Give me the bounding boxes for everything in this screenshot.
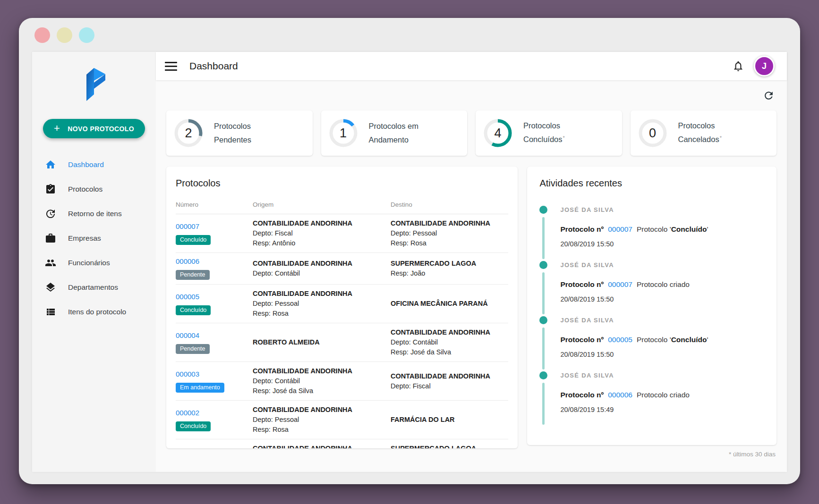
destino-cell: CONTABILIDADE ANDORINHADepto: Fiscal [391,371,508,391]
origem-company: CONTABILIDADE ANDORINHA [253,405,384,415]
origem-cell: CONTABILIDADE ANDORINHADepto: Fiscal [253,444,391,448]
protocol-number-link[interactable]: 000005 [176,293,199,301]
new-protocol-button[interactable]: + NOVO PROTOCOLO [43,119,145,138]
window-titlebar [19,18,800,52]
stat-card-2: 4ProtocolosConcluídos* [476,110,622,156]
protocols-panel-title: Protocolos [176,167,508,198]
hamburger-menu-icon[interactable] [165,62,177,71]
origem-detail: Resp: Rosa [253,309,384,319]
origem-company: CONTABILIDADE ANDORINHA [253,366,384,376]
destino-cell: SUPERMERCADO LAGOAResp: João [391,259,508,278]
sidebar-nav: DashboardProtocolosRetorno de itensEmpre… [32,152,156,324]
home-icon [45,159,56,170]
activity-protocol-link[interactable]: 000007 [608,225,632,233]
origem-detail: Depto: Contábil [253,376,384,386]
destino-cell: FARMÁCIA DO LAR [391,415,508,425]
activity-protocol-link[interactable]: 000007 [608,280,632,288]
close-window-button[interactable] [34,27,50,43]
sidebar-item-itens-do-protocolo[interactable]: Itens do protocolo [32,300,156,324]
stat-label: ProtocolosConcluídos* [523,119,565,147]
activity-action: Protocolo ' [637,336,671,344]
stat-card-1: 1Protocolos emAndamento [321,110,468,156]
origem-detail: Depto: Pessoal [253,415,384,425]
stat-value: 4 [483,118,513,148]
activity-protocol-link[interactable]: 000006 [608,391,632,399]
sidebar-item-label: Empresas [68,234,101,243]
activity-body: JOSÉ DA SILVAProtocolo nº000007Protocolo… [560,206,708,261]
status-badge: Concluído [176,305,211,315]
timeline-dot-icon [539,261,547,269]
sidebar-item-funcionarios[interactable]: Funcionários [32,251,156,275]
activity-action-bold: Concluído [671,336,707,344]
sidebar-item-label: Funcionários [68,259,110,267]
status-badge: Concluído [176,235,211,245]
stat-label-line: Andamento [369,133,418,147]
donut-chart: 2 [173,118,204,148]
sidebar-item-protocolos[interactable]: Protocolos [32,177,156,202]
timeline-connector [542,328,545,370]
activity-text: Protocolo nº000005Protocolo 'Concluído' [560,336,708,344]
timeline-dot-icon [539,316,547,324]
origem-cell: CONTABILIDADE ANDORINHADepto: ContábilRe… [253,366,391,396]
number-cell: 000007Concluído [176,222,253,245]
destino-cell: SUPERMERCADO LAGOADepto: Financeiro [391,444,508,448]
activity-protocol-link[interactable]: 000005 [608,336,632,344]
timeline-connector [542,272,545,314]
notifications-icon[interactable] [732,60,744,72]
table-row: 000003Em andamentoCONTABILIDADE ANDORINH… [176,362,508,401]
status-badge: Concluído [176,421,211,431]
activity-label: Protocolo nº [560,225,604,233]
activities-timeline: JOSÉ DA SILVAProtocolo nº000007Protocolo… [539,206,764,427]
sidebar: + NOVO PROTOCOLO DashboardProtocolosReto… [32,52,156,472]
stat-label-text: Concluídos [523,135,563,143]
user-avatar[interactable]: J [754,56,775,76]
stat-cards-row: 2ProtocolosPendentes1Protocolos emAndame… [166,110,776,156]
sidebar-item-empresas[interactable]: Empresas [32,226,156,251]
minimize-window-button[interactable] [57,27,72,43]
destino-company: CONTABILIDADE ANDORINHA [391,371,502,381]
table-body: 000007ConcluídoCONTABILIDADE ANDORINHADe… [176,214,508,448]
table-row: 000006PendenteCONTABILIDADE ANDORINHADep… [176,253,508,285]
refresh-icon[interactable] [763,90,775,101]
origem-company: CONTABILIDADE ANDORINHA [253,289,384,299]
layers-icon [45,282,56,293]
avatar-initial: J [762,61,767,71]
timeline-rail [539,371,560,427]
sidebar-item-dashboard[interactable]: Dashboard [32,152,156,177]
protocol-number-link[interactable]: 000002 [176,409,199,417]
destino-company: SUPERMERCADO LAGOA [391,444,502,448]
stat-label: ProtocolosCancelados* [678,119,722,147]
stat-label-line: Protocolos em [369,119,418,133]
new-protocol-label: NOVO PROTOCOLO [68,125,134,133]
activity-label: Protocolo nº [560,391,604,399]
number-cell: 000003Em andamento [176,370,253,393]
status-badge: Pendente [176,270,210,280]
sidebar-item-label: Protocolos [68,185,102,193]
activity-date: 20/08/2019 15:49 [560,406,690,413]
column-header-destino: Destino [391,201,508,208]
status-badge: Em andamento [176,383,224,393]
protocol-number-link[interactable]: 000003 [176,370,199,378]
origem-cell: CONTABILIDADE ANDORINHADepto: PessoalRes… [253,405,391,435]
stat-label-line: Pendentes [214,133,251,147]
protocol-number-link[interactable]: 000006 [176,257,199,265]
maximize-window-button[interactable] [79,27,94,43]
destino-detail: Depto: Fiscal [391,381,502,391]
origem-detail: Depto: Pessoal [253,299,384,309]
people-icon [45,257,56,269]
sidebar-item-label: Departamentos [68,283,118,292]
asterisk-marker: * [720,135,722,141]
stat-value: 1 [328,118,358,148]
sidebar-item-retorno-de-itens[interactable]: Retorno de itens [32,202,156,226]
stat-label-line: Protocolos [214,119,251,133]
table-header: Número Origem Destino [176,198,508,214]
activity-action-bold: Concluído [671,225,707,233]
destino-detail: Depto: Contábil [391,337,502,347]
protocol-number-link[interactable]: 000007 [176,222,199,230]
dashboard-content: 2ProtocolosPendentes1Protocolos emAndame… [156,80,787,472]
activity-label: Protocolo nº [560,336,604,344]
protocol-number-link[interactable]: 000004 [176,331,199,339]
activity-user: JOSÉ DA SILVA [560,316,708,324]
sidebar-item-departamentos[interactable]: Departamentos [32,275,156,300]
timeline-rail [539,316,560,371]
